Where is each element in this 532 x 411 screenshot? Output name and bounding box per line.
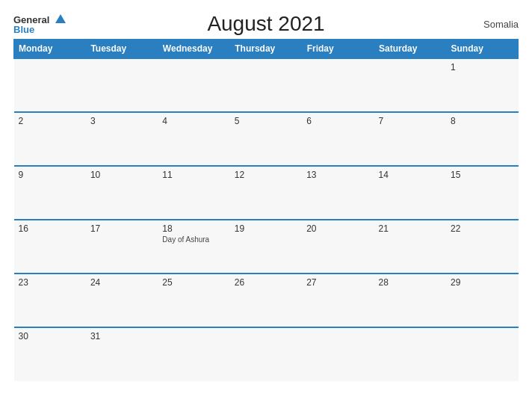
day-number: 10 xyxy=(90,170,153,180)
calendar-cell xyxy=(446,327,518,381)
calendar-cell: 29 xyxy=(446,274,518,327)
calendar-cell: 10 xyxy=(86,166,158,220)
calendar-cell xyxy=(158,327,229,381)
calendar-title: August 2021 xyxy=(207,12,324,36)
calendar-table: MondayTuesdayWednesdayThursdayFridaySatu… xyxy=(13,39,519,381)
day-number: 22 xyxy=(451,223,513,234)
calendar-cell: 4 xyxy=(158,112,229,166)
weekday-header-sunday: Sunday xyxy=(446,40,518,59)
calendar-header: General Blue August 2021 Somalia xyxy=(13,13,519,34)
calendar-cell: 20 xyxy=(302,220,374,274)
calendar-cell: 9 xyxy=(14,166,86,220)
calendar-cell xyxy=(302,58,374,112)
calendar-cell: 26 xyxy=(230,274,302,327)
day-number: 8 xyxy=(451,116,513,126)
day-number: 3 xyxy=(90,116,153,126)
calendar-container: General Blue August 2021 Somalia MondayT… xyxy=(0,0,532,411)
calendar-cell: 7 xyxy=(374,112,446,166)
day-number: 27 xyxy=(306,277,369,288)
day-number: 7 xyxy=(379,116,442,126)
calendar-thead: MondayTuesdayWednesdayThursdayFridaySatu… xyxy=(14,40,519,59)
calendar-cell xyxy=(374,327,446,381)
weekday-header-thursday: Thursday xyxy=(230,40,302,59)
calendar-cell: 25 xyxy=(158,274,229,327)
calendar-cell: 6 xyxy=(302,112,374,166)
day-number: 2 xyxy=(19,116,81,126)
calendar-cell: 23 xyxy=(14,274,86,327)
day-number: 1 xyxy=(451,62,513,72)
calendar-cell xyxy=(86,58,158,112)
logo: General Blue xyxy=(13,13,66,34)
day-event: Day of Ashura xyxy=(162,235,209,244)
day-number: 18 xyxy=(162,223,225,234)
day-number: 30 xyxy=(19,331,81,342)
calendar-cell: 14 xyxy=(374,166,446,220)
calendar-cell: 3 xyxy=(86,112,158,166)
calendar-week-row: 9101112131415 xyxy=(14,166,519,220)
calendar-cell: 21 xyxy=(374,220,446,274)
calendar-cell: 1 xyxy=(446,58,518,112)
day-number: 28 xyxy=(379,277,442,288)
calendar-cell xyxy=(302,327,374,381)
day-number: 26 xyxy=(235,277,297,288)
day-number: 9 xyxy=(19,170,81,180)
calendar-cell: 19 xyxy=(230,220,302,274)
calendar-cell xyxy=(230,58,302,112)
day-number: 16 xyxy=(19,223,81,234)
logo-triangle-icon xyxy=(55,14,66,23)
calendar-cell: 28 xyxy=(374,274,446,327)
calendar-cell: 22 xyxy=(446,220,518,274)
weekday-header-saturday: Saturday xyxy=(374,40,446,59)
calendar-cell: 12 xyxy=(230,166,302,220)
calendar-cell: 8 xyxy=(446,112,518,166)
calendar-cell: 24 xyxy=(86,274,158,327)
weekday-header-wednesday: Wednesday xyxy=(158,40,229,59)
day-number: 13 xyxy=(306,170,369,180)
day-number: 19 xyxy=(235,223,297,234)
calendar-week-row: 3031 xyxy=(14,327,519,381)
calendar-cell xyxy=(230,327,302,381)
day-number: 11 xyxy=(162,170,225,180)
day-number: 14 xyxy=(379,170,442,180)
calendar-cell: 11 xyxy=(158,166,229,220)
day-number: 24 xyxy=(90,277,153,288)
calendar-cell: 15 xyxy=(446,166,518,220)
day-number: 17 xyxy=(90,223,153,234)
calendar-week-row: 1 xyxy=(14,58,519,112)
calendar-week-row: 161718Day of Ashura19202122 xyxy=(14,220,519,274)
day-number: 23 xyxy=(19,277,81,288)
calendar-cell: 30 xyxy=(14,327,86,381)
calendar-week-row: 23242526272829 xyxy=(14,274,519,327)
calendar-cell xyxy=(374,58,446,112)
calendar-cell: 5 xyxy=(230,112,302,166)
calendar-cell: 13 xyxy=(302,166,374,220)
calendar-region: Somalia xyxy=(483,19,519,30)
calendar-cell: 31 xyxy=(86,327,158,381)
logo-blue-label: Blue xyxy=(13,25,66,34)
day-number: 4 xyxy=(162,116,225,126)
day-number: 6 xyxy=(306,116,369,126)
weekday-header-row: MondayTuesdayWednesdayThursdayFridaySatu… xyxy=(14,40,519,59)
calendar-cell: 2 xyxy=(14,112,86,166)
calendar-week-row: 2345678 xyxy=(14,112,519,166)
day-number: 20 xyxy=(306,223,369,234)
day-number: 15 xyxy=(451,170,513,180)
day-number: 21 xyxy=(379,223,442,234)
weekday-header-tuesday: Tuesday xyxy=(86,40,158,59)
calendar-tbody: 123456789101112131415161718Day of Ashura… xyxy=(14,58,519,381)
calendar-cell xyxy=(14,58,86,112)
calendar-cell: 18Day of Ashura xyxy=(158,220,229,274)
day-number: 31 xyxy=(90,331,153,342)
calendar-cell xyxy=(158,58,229,112)
day-number: 25 xyxy=(162,277,225,288)
day-number: 12 xyxy=(235,170,297,180)
day-number: 5 xyxy=(235,116,297,126)
day-number: 29 xyxy=(451,277,513,288)
calendar-cell: 16 xyxy=(14,220,86,274)
calendar-cell: 17 xyxy=(86,220,158,274)
weekday-header-monday: Monday xyxy=(14,40,86,59)
calendar-cell: 27 xyxy=(302,274,374,327)
weekday-header-friday: Friday xyxy=(302,40,374,59)
